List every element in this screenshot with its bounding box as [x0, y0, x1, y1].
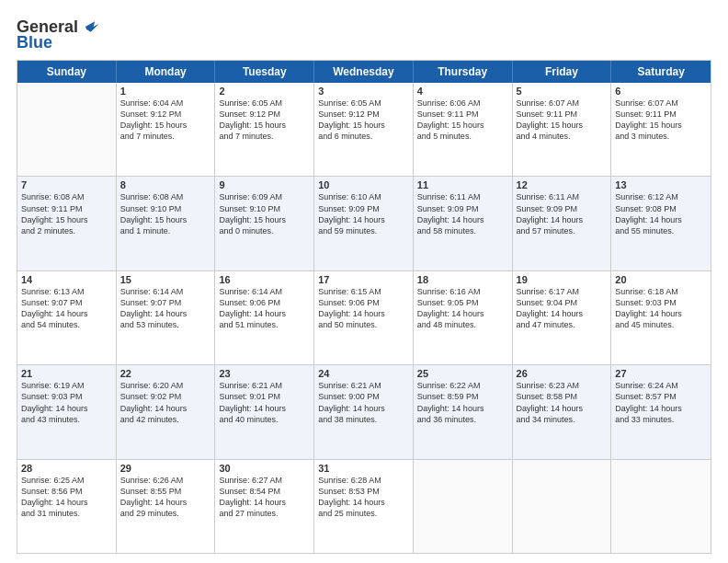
- cell-info: Sunrise: 6:12 AMSunset: 9:08 PMDaylight:…: [615, 191, 707, 236]
- day-cell: 11Sunrise: 6:11 AMSunset: 9:09 PMDayligh…: [414, 177, 513, 270]
- cell-info: Sunrise: 6:17 AMSunset: 9:04 PMDaylight:…: [517, 286, 608, 331]
- day-number: 5: [517, 86, 608, 97]
- page: General Blue SundayMondayTuesdayWednesda…: [0, 0, 728, 563]
- day-cell: 21Sunrise: 6:19 AMSunset: 9:03 PMDayligh…: [17, 365, 117, 458]
- day-number: 30: [219, 463, 310, 474]
- day-cell: 23Sunrise: 6:21 AMSunset: 9:01 PMDayligh…: [215, 365, 314, 458]
- day-cell: 10Sunrise: 6:10 AMSunset: 9:09 PMDayligh…: [314, 177, 414, 270]
- empty-cell: [414, 460, 513, 553]
- cell-info: Sunrise: 6:19 AMSunset: 9:03 PMDaylight:…: [21, 380, 112, 425]
- cell-info: Sunrise: 6:16 AMSunset: 9:05 PMDaylight:…: [417, 286, 508, 331]
- cell-info: Sunrise: 6:25 AMSunset: 8:56 PMDaylight:…: [21, 475, 112, 520]
- day-number: 1: [120, 86, 211, 97]
- calendar-row: 7Sunrise: 6:08 AMSunset: 9:11 PMDaylight…: [17, 177, 711, 270]
- day-number: 3: [318, 86, 409, 97]
- day-cell: 1Sunrise: 6:04 AMSunset: 9:12 PMDaylight…: [117, 83, 216, 176]
- calendar-body: 1Sunrise: 6:04 AMSunset: 9:12 PMDaylight…: [17, 83, 711, 553]
- cell-info: Sunrise: 6:24 AMSunset: 8:57 PMDaylight:…: [615, 380, 707, 425]
- day-cell: 12Sunrise: 6:11 AMSunset: 9:09 PMDayligh…: [513, 177, 612, 270]
- cell-info: Sunrise: 6:15 AMSunset: 9:06 PMDaylight:…: [318, 286, 409, 331]
- day-number: 12: [517, 179, 608, 190]
- cell-info: Sunrise: 6:14 AMSunset: 9:06 PMDaylight:…: [219, 286, 310, 331]
- day-cell: 13Sunrise: 6:12 AMSunset: 9:08 PMDayligh…: [611, 177, 711, 270]
- day-number: 19: [517, 274, 608, 285]
- day-cell: 20Sunrise: 6:18 AMSunset: 9:03 PMDayligh…: [611, 271, 711, 364]
- cell-info: Sunrise: 6:23 AMSunset: 8:58 PMDaylight:…: [517, 380, 608, 425]
- weekday-label: Tuesday: [215, 61, 314, 83]
- cell-info: Sunrise: 6:05 AMSunset: 9:12 PMDaylight:…: [318, 98, 409, 143]
- day-number: 21: [21, 368, 112, 379]
- day-cell: 14Sunrise: 6:13 AMSunset: 9:07 PMDayligh…: [17, 271, 117, 364]
- cell-info: Sunrise: 6:07 AMSunset: 9:11 PMDaylight:…: [615, 98, 707, 143]
- day-cell: 7Sunrise: 6:08 AMSunset: 9:11 PMDaylight…: [17, 177, 117, 270]
- day-number: 7: [21, 179, 112, 190]
- day-cell: 26Sunrise: 6:23 AMSunset: 8:58 PMDayligh…: [513, 365, 612, 458]
- day-cell: 4Sunrise: 6:06 AMSunset: 9:11 PMDaylight…: [414, 83, 513, 176]
- day-number: 15: [120, 274, 211, 285]
- calendar-row: 14Sunrise: 6:13 AMSunset: 9:07 PMDayligh…: [17, 271, 711, 365]
- cell-info: Sunrise: 6:20 AMSunset: 9:02 PMDaylight:…: [120, 380, 211, 425]
- day-cell: 31Sunrise: 6:28 AMSunset: 8:53 PMDayligh…: [314, 460, 414, 553]
- header: General Blue: [17, 17, 711, 52]
- day-cell: 6Sunrise: 6:07 AMSunset: 9:11 PMDaylight…: [611, 83, 711, 176]
- day-number: 20: [615, 274, 707, 285]
- calendar-header: SundayMondayTuesdayWednesdayThursdayFrid…: [17, 61, 711, 83]
- day-number: 24: [318, 368, 409, 379]
- cell-info: Sunrise: 6:11 AMSunset: 9:09 PMDaylight:…: [517, 191, 608, 236]
- cell-info: Sunrise: 6:10 AMSunset: 9:09 PMDaylight:…: [318, 191, 409, 236]
- day-cell: 30Sunrise: 6:27 AMSunset: 8:54 PMDayligh…: [215, 460, 314, 553]
- cell-info: Sunrise: 6:09 AMSunset: 9:10 PMDaylight:…: [219, 191, 310, 236]
- day-number: 23: [219, 368, 310, 379]
- day-number: 22: [120, 368, 211, 379]
- day-cell: 2Sunrise: 6:05 AMSunset: 9:12 PMDaylight…: [215, 83, 314, 176]
- cell-info: Sunrise: 6:04 AMSunset: 9:12 PMDaylight:…: [120, 98, 211, 143]
- day-number: 31: [318, 463, 409, 474]
- cell-info: Sunrise: 6:08 AMSunset: 9:10 PMDaylight:…: [120, 191, 211, 236]
- empty-cell: [513, 460, 612, 553]
- day-cell: 19Sunrise: 6:17 AMSunset: 9:04 PMDayligh…: [513, 271, 612, 364]
- day-number: 4: [417, 86, 508, 97]
- cell-info: Sunrise: 6:21 AMSunset: 9:01 PMDaylight:…: [219, 380, 310, 425]
- weekday-label: Wednesday: [314, 61, 414, 83]
- day-number: 25: [417, 368, 508, 379]
- day-number: 28: [21, 463, 112, 474]
- day-cell: 22Sunrise: 6:20 AMSunset: 9:02 PMDayligh…: [117, 365, 216, 458]
- day-number: 18: [417, 274, 508, 285]
- day-number: 16: [219, 274, 310, 285]
- day-cell: 9Sunrise: 6:09 AMSunset: 9:10 PMDaylight…: [215, 177, 314, 270]
- cell-info: Sunrise: 6:21 AMSunset: 9:00 PMDaylight:…: [318, 380, 409, 425]
- cell-info: Sunrise: 6:11 AMSunset: 9:09 PMDaylight:…: [417, 191, 508, 236]
- day-number: 27: [615, 368, 707, 379]
- day-number: 29: [120, 463, 211, 474]
- weekday-label: Thursday: [414, 61, 513, 83]
- day-cell: 25Sunrise: 6:22 AMSunset: 8:59 PMDayligh…: [414, 365, 513, 458]
- cell-info: Sunrise: 6:07 AMSunset: 9:11 PMDaylight:…: [517, 98, 608, 143]
- cell-info: Sunrise: 6:06 AMSunset: 9:11 PMDaylight:…: [417, 98, 508, 143]
- day-number: 8: [120, 179, 211, 190]
- day-cell: 24Sunrise: 6:21 AMSunset: 9:00 PMDayligh…: [314, 365, 414, 458]
- day-cell: 8Sunrise: 6:08 AMSunset: 9:10 PMDaylight…: [117, 177, 216, 270]
- cell-info: Sunrise: 6:13 AMSunset: 9:07 PMDaylight:…: [21, 286, 112, 331]
- day-number: 10: [318, 179, 409, 190]
- day-number: 9: [219, 179, 310, 190]
- day-cell: 27Sunrise: 6:24 AMSunset: 8:57 PMDayligh…: [611, 365, 711, 458]
- cell-info: Sunrise: 6:22 AMSunset: 8:59 PMDaylight:…: [417, 380, 508, 425]
- logo: General Blue: [17, 17, 100, 52]
- weekday-label: Monday: [117, 61, 216, 83]
- calendar-row: 21Sunrise: 6:19 AMSunset: 9:03 PMDayligh…: [17, 365, 711, 459]
- cell-info: Sunrise: 6:28 AMSunset: 8:53 PMDaylight:…: [318, 475, 409, 520]
- cell-info: Sunrise: 6:18 AMSunset: 9:03 PMDaylight:…: [615, 286, 707, 331]
- empty-cell: [611, 460, 711, 553]
- logo-blue: Blue: [17, 33, 52, 52]
- day-number: 6: [615, 86, 707, 97]
- cell-info: Sunrise: 6:08 AMSunset: 9:11 PMDaylight:…: [21, 191, 112, 236]
- logo-bird-icon: [80, 17, 100, 37]
- day-cell: 29Sunrise: 6:26 AMSunset: 8:55 PMDayligh…: [117, 460, 216, 553]
- day-number: 26: [517, 368, 608, 379]
- weekday-label: Sunday: [17, 61, 117, 83]
- cell-info: Sunrise: 6:27 AMSunset: 8:54 PMDaylight:…: [219, 475, 310, 520]
- calendar-row: 28Sunrise: 6:25 AMSunset: 8:56 PMDayligh…: [17, 460, 711, 553]
- day-number: 11: [417, 179, 508, 190]
- svg-marker-0: [85, 21, 99, 32]
- weekday-label: Saturday: [611, 61, 711, 83]
